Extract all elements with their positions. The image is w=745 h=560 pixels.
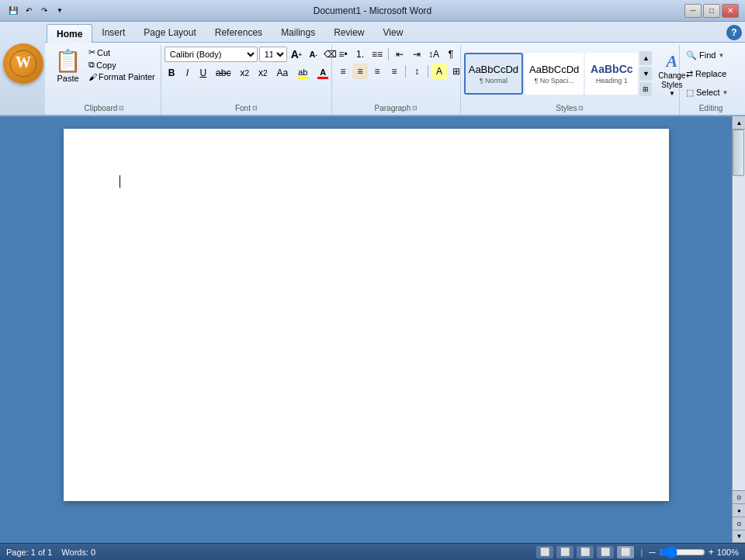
subscript-button[interactable]: x2: [236, 65, 253, 81]
minimize-btn[interactable]: ─: [684, 4, 702, 18]
page-wrapper[interactable]: [0, 116, 732, 543]
document-page[interactable]: [64, 129, 669, 501]
align-right-btn[interactable]: ≡: [369, 64, 385, 79]
increase-indent-btn[interactable]: ⇥: [409, 47, 424, 62]
status-left: Page: 1 of 1 Words: 0: [6, 548, 95, 557]
scroll-up-btn[interactable]: ▲: [733, 116, 745, 130]
strikethrough-button[interactable]: abc: [212, 65, 234, 81]
align-left-btn[interactable]: ≡: [335, 64, 351, 79]
paragraph-expander[interactable]: ⊡: [412, 105, 418, 112]
cut-label: Cut: [97, 48, 110, 57]
format-painter-button[interactable]: 🖌 Format Painter: [86, 71, 158, 82]
select-browse-btn[interactable]: ●: [733, 503, 745, 517]
find-button[interactable]: 🔍 Find ▼: [683, 47, 727, 64]
tab-home[interactable]: Home: [47, 24, 92, 43]
styles-scroll-down[interactable]: ▼: [639, 67, 652, 81]
para-row2: ≡ ≡ ≡ ≡ ↕ A ⊞: [335, 64, 464, 79]
svg-text:W: W: [16, 54, 31, 71]
paragraph-group-content: ≡• 1. ≡≡ ⇤ ⇥ ↕A ¶ ≡ ≡ ≡ ≡: [335, 45, 457, 102]
font-row2: B I U abc x2 x2 Aa ab A: [165, 65, 333, 81]
styles-scroll-up[interactable]: ▲: [639, 51, 652, 65]
scroll-thumb[interactable]: [733, 130, 744, 176]
select-label: Select: [696, 88, 720, 97]
styles-expander[interactable]: ⊡: [578, 105, 584, 112]
title-bar: 💾 ↶ ↷ ▼ Document1 - Microsoft Word ─ □ ✕: [0, 0, 745, 22]
status-right: ⬜ ⬜ ⬜ ⬜ ⬜ | ─ + 100%: [536, 546, 739, 558]
superscript-button[interactable]: x2: [255, 65, 272, 81]
font-expander[interactable]: ⊡: [252, 105, 258, 112]
tab-mailings[interactable]: Mailings: [272, 23, 324, 42]
show-hide-btn[interactable]: ¶: [443, 47, 459, 62]
style-nospace-label: ¶ No Spaci...: [535, 77, 574, 85]
style-no-spacing[interactable]: AaBbCcDd ¶ No Spaci...: [525, 53, 584, 95]
editing-group-label: Editing: [683, 102, 739, 115]
change-case-button[interactable]: Aa: [273, 65, 293, 81]
font-grow-btn[interactable]: A+: [289, 47, 304, 62]
next-page-btn[interactable]: ⊙: [733, 517, 745, 530]
clipboard-expander[interactable]: ⊡: [119, 105, 124, 112]
draft-view-btn[interactable]: ⬜: [617, 546, 634, 558]
sort-btn[interactable]: ↕A: [426, 47, 442, 62]
style-heading1[interactable]: AaBbCc Heading 1: [585, 53, 638, 95]
select-button[interactable]: ⬚ Select ▼: [683, 84, 732, 101]
style-normal[interactable]: AaBbCcDd ¶ Normal: [464, 53, 523, 95]
print-layout-view-btn[interactable]: ⬜: [536, 546, 553, 558]
tab-view[interactable]: View: [374, 23, 413, 42]
tab-insert[interactable]: Insert: [92, 23, 134, 42]
zoom-slider[interactable]: [659, 548, 705, 557]
zoom-percentage: 100%: [717, 548, 739, 557]
shading-btn[interactable]: A: [431, 64, 447, 79]
clipboard-group-content: 📋 Paste ✂ Cut ⧉ Copy 🖌: [51, 45, 158, 102]
zoom-in-btn[interactable]: +: [709, 547, 714, 558]
quick-access-toolbar: 💾 ↶ ↷ ▼: [6, 4, 67, 18]
styles-gallery: AaBbCcDd ¶ Normal AaBbCcDd ¶ No Spaci...…: [464, 51, 653, 96]
full-screen-view-btn[interactable]: ⬜: [556, 546, 573, 558]
justify-btn[interactable]: ≡: [386, 64, 402, 79]
cut-icon: ✂: [88, 47, 95, 57]
italic-button[interactable]: I: [180, 65, 194, 81]
font-size-select[interactable]: 11: [259, 47, 287, 62]
line-spacing-btn[interactable]: ↕: [409, 64, 424, 79]
prev-page-btn[interactable]: ⊙: [733, 490, 745, 503]
zoom-out-btn[interactable]: ─: [649, 547, 656, 558]
font-color-button[interactable]: A: [314, 65, 332, 81]
office-button[interactable]: W: [3, 43, 43, 84]
restore-btn[interactable]: □: [703, 4, 720, 18]
highlight-color-button[interactable]: ab: [293, 65, 312, 81]
paste-button[interactable]: 📋 Paste: [51, 47, 85, 85]
replace-button[interactable]: ⇄ Replace: [683, 65, 729, 82]
status-bar: Page: 1 of 1 Words: 0 ⬜ ⬜ ⬜ ⬜ ⬜ | ─ + 10…: [0, 543, 745, 560]
style-nospace-preview: AaBbCcDd: [529, 64, 579, 75]
styles-scroll-more[interactable]: ⊞: [639, 82, 652, 96]
underline-button[interactable]: U: [196, 65, 210, 81]
redo-quick-btn[interactable]: ↷: [37, 4, 51, 18]
decrease-indent-btn[interactable]: ⇤: [392, 47, 407, 62]
close-btn[interactable]: ✕: [722, 4, 739, 18]
save-quick-btn[interactable]: 💾: [6, 4, 20, 18]
scroll-down-btn[interactable]: ▼: [733, 530, 745, 543]
cut-button[interactable]: ✂ Cut: [86, 47, 158, 58]
words-info: Words: 0: [61, 548, 95, 557]
web-layout-view-btn[interactable]: ⬜: [577, 546, 594, 558]
style-h1-label: Heading 1: [596, 77, 628, 85]
numbering-btn[interactable]: 1.: [352, 47, 368, 62]
align-center-btn[interactable]: ≡: [352, 64, 368, 79]
tab-review[interactable]: Review: [324, 23, 373, 42]
paragraph-group: ≡• 1. ≡≡ ⇤ ⇥ ↕A ¶ ≡ ≡ ≡ ≡: [332, 45, 461, 115]
editing-group-content: 🔍 Find ▼ ⇄ Replace ⬚ Select ▼: [683, 45, 739, 102]
clipboard-group-label: Clipboard ⊡: [51, 102, 158, 115]
bold-button[interactable]: B: [165, 65, 179, 81]
font-family-select[interactable]: Calibri (Body): [165, 47, 258, 62]
tab-pagelayout[interactable]: Page Layout: [134, 23, 205, 42]
undo-quick-btn[interactable]: ↶: [22, 4, 36, 18]
clipboard-sub-buttons: ✂ Cut ⧉ Copy 🖌 Format Painter: [86, 47, 158, 82]
bullets-btn[interactable]: ≡•: [335, 47, 351, 62]
outline-view-btn[interactable]: ⬜: [597, 546, 614, 558]
quick-access-dropdown[interactable]: ▼: [53, 4, 67, 18]
tab-references[interactable]: References: [206, 23, 272, 42]
copy-button[interactable]: ⧉ Copy: [86, 59, 158, 71]
help-button[interactable]: ?: [726, 25, 742, 40]
select-dropdown-arrow: ▼: [722, 89, 729, 96]
font-shrink-btn[interactable]: A-: [306, 47, 321, 62]
multilevel-btn[interactable]: ≡≡: [369, 47, 385, 62]
